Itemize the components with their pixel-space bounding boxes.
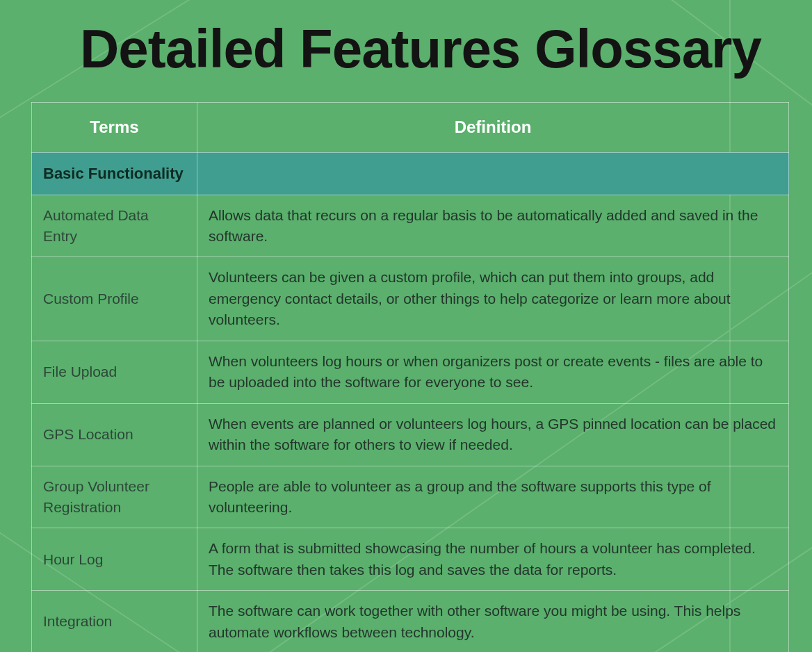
definition-cell: When volunteers log hours or when organi…: [197, 341, 789, 403]
term-cell: Automated Data Entry: [32, 195, 197, 257]
definition-cell: Allows data that recurs on a regular bas…: [197, 195, 789, 257]
header-terms: Terms: [32, 102, 197, 152]
section-empty: [197, 152, 789, 195]
term-cell: File Upload: [32, 341, 197, 403]
term-cell: Custom Profile: [32, 257, 197, 341]
definition-cell: The software can work together with othe…: [197, 591, 789, 652]
table-row: Hour Log A form that is submitted showca…: [32, 528, 789, 591]
term-cell: GPS Location: [32, 403, 197, 466]
definition-cell: Volunteers can be given a custom profile…: [197, 257, 789, 341]
definition-cell: When events are planned or volunteers lo…: [197, 403, 789, 466]
page-title: Detailed Features Glossary: [80, 21, 784, 78]
term-cell: Hour Log: [32, 528, 197, 591]
table-row: Custom Profile Volunteers can be given a…: [32, 257, 789, 341]
page-container: Detailed Features Glossary Terms Definit…: [0, 0, 812, 652]
table-row: Group Volunteer Registration People are …: [32, 466, 789, 528]
section-row: Basic Functionality: [32, 152, 789, 195]
header-definition: Definition: [197, 102, 789, 152]
table-header-row: Terms Definition: [32, 102, 789, 152]
table-row: File Upload When volunteers log hours or…: [32, 341, 789, 403]
table-row: Automated Data Entry Allows data that re…: [32, 195, 789, 257]
section-label: Basic Functionality: [32, 152, 197, 195]
definition-cell: A form that is submitted showcasing the …: [197, 528, 789, 591]
table-row: Integration The software can work togeth…: [32, 591, 789, 652]
table-row: GPS Location When events are planned or …: [32, 403, 789, 466]
glossary-table: Terms Definition Basic Functionality Aut…: [31, 102, 789, 652]
definition-cell: People are able to volunteer as a group …: [197, 466, 789, 528]
term-cell: Group Volunteer Registration: [32, 466, 197, 528]
term-cell: Integration: [32, 591, 197, 652]
